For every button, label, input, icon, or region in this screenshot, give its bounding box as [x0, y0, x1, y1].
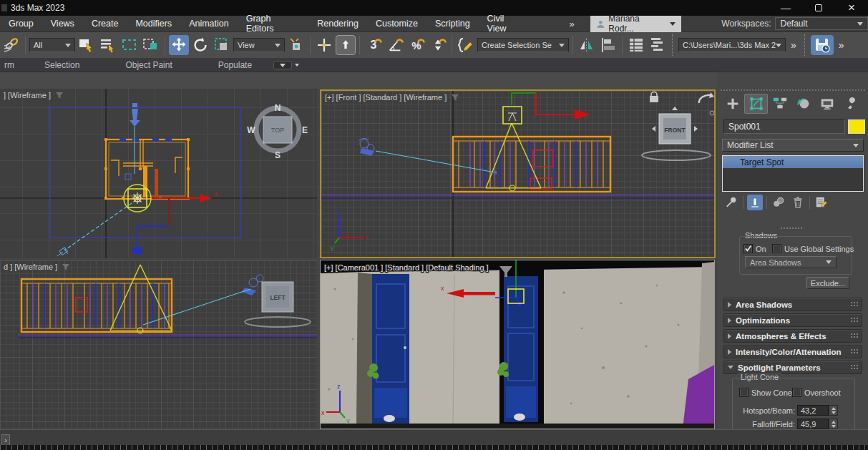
selection-filter-dropdown[interactable]: All [29, 38, 75, 52]
spinner-snap-toggle-icon[interactable] [428, 35, 448, 55]
panel-drag-handle[interactable] [721, 89, 865, 91]
ribbon-tab-freeform[interactable]: rm [1, 60, 17, 70]
select-and-scale-icon[interactable] [212, 35, 232, 55]
rollout-grip-icon[interactable] [850, 364, 858, 371]
stack-item-target-spot[interactable]: Target Spot [723, 156, 863, 168]
modifier-stack[interactable]: Target Spot [722, 155, 864, 192]
select-object-icon[interactable] [77, 35, 97, 55]
edit-named-selection-sets-icon[interactable] [456, 35, 476, 55]
falloff-input[interactable]: 45,9 [797, 419, 829, 429]
remove-modifier-icon[interactable] [790, 195, 806, 210]
keyboard-shortcut-override-toggle[interactable] [336, 35, 356, 55]
ribbon-options-arrow-icon[interactable] [295, 64, 299, 67]
object-color-swatch[interactable] [848, 119, 865, 134]
minimize-ribbon-button[interactable] [273, 61, 292, 69]
menu-group[interactable]: Group [0, 19, 42, 29]
modifier-list-dropdown[interactable]: Modifier List [722, 139, 864, 152]
viewcube-left[interactable]: LEFT [245, 282, 311, 327]
save-file-button[interactable] [811, 35, 834, 55]
viewport-top-label[interactable]: ] [Wireframe ] [4, 91, 51, 99]
menu-civil-view[interactable]: Civil View [479, 14, 534, 34]
rollout-optimizations[interactable]: Optimizations [723, 313, 862, 327]
make-unique-icon[interactable] [771, 195, 786, 210]
hotspot-input[interactable]: 43,2 [797, 405, 829, 416]
tab-modify[interactable] [744, 94, 768, 114]
viewport-top[interactable]: ] [Wireframe ] [0, 89, 317, 258]
toggle-layer-explorer-icon[interactable] [648, 35, 668, 55]
tab-create[interactable] [721, 94, 744, 114]
menu-graph-editors[interactable]: Graph Editors [238, 14, 309, 34]
close-button[interactable]: × [835, 0, 868, 16]
menu-create[interactable]: Create [83, 19, 127, 29]
shadow-type-dropdown[interactable]: Area Shadows [745, 256, 837, 268]
tab-hierarchy[interactable] [768, 94, 791, 114]
viewport-left-label[interactable]: d ] [Wireframe ] [4, 263, 57, 271]
rollout-grip-icon[interactable] [850, 317, 858, 323]
object-name-field[interactable]: Spot001 [723, 119, 845, 134]
rectangular-selection-region-icon[interactable] [120, 35, 140, 55]
named-selection-set-combo[interactable]: Create Selection Se [477, 38, 569, 52]
menu-animation[interactable]: Animation [180, 19, 238, 29]
reference-coordinate-dropdown[interactable]: View [233, 38, 285, 52]
menu-scripting[interactable]: Scripting [426, 19, 479, 29]
show-cone-checkbox[interactable] [739, 388, 748, 397]
rollout-grip-icon[interactable] [850, 333, 858, 339]
toolbar-overflow-button-2[interactable]: » [835, 39, 848, 51]
viewcube-front[interactable]: FRONT [642, 107, 711, 160]
ribbon-tab-selection[interactable]: Selection [42, 60, 82, 70]
select-and-move-icon[interactable] [169, 35, 189, 55]
rollout-intensity-color-attenuation[interactable]: Intensity/Color/Attenuation [723, 345, 862, 358]
use-pivot-point-center-icon[interactable] [286, 35, 306, 55]
select-and-rotate-icon[interactable] [190, 35, 210, 55]
viewport-front[interactable]: [+] [Front ] [Standard ] [Wireframe ] [320, 89, 716, 258]
rollout-atmospheres-effects[interactable]: Atmospheres & Effects [723, 329, 862, 343]
viewport-left[interactable]: d ] [Wireframe ] [0, 260, 317, 429]
mirror-icon[interactable] [577, 35, 597, 55]
workspace-select[interactable]: Default [775, 17, 868, 30]
rollout-grip-icon[interactable] [850, 301, 858, 308]
shadows-on-checkbox[interactable] [743, 244, 753, 253]
rollout-area-shadows[interactable]: Area Shadows [723, 298, 862, 311]
falloff-spinner[interactable] [829, 419, 838, 429]
per-view-filter-icon[interactable] [451, 93, 459, 102]
overshoot-checkbox[interactable] [792, 388, 801, 397]
menu-customize[interactable]: Customize [367, 19, 426, 29]
viewport-front-label[interactable]: [+] [Front ] [Standard ] [Wireframe ] [325, 93, 447, 102]
exclude-button[interactable]: Exclude... [806, 277, 849, 289]
menu-rendering[interactable]: Rendering [308, 19, 367, 29]
show-end-result-button[interactable] [747, 195, 763, 210]
tab-display[interactable] [815, 94, 839, 114]
viewcube-top[interactable]: TOP N W S E [247, 103, 308, 160]
select-by-name-icon[interactable] [98, 35, 118, 55]
pin-stack-icon[interactable] [723, 195, 739, 210]
light-fixture-icon[interactable] [359, 138, 374, 156]
light-fixture-icon[interactable] [242, 275, 263, 295]
track-bar-ruler[interactable] [0, 445, 868, 450]
align-icon[interactable] [598, 35, 618, 55]
user-account-menu[interactable]: Mariana Rodr... [590, 16, 682, 32]
percent-snap-toggle-icon[interactable]: % [406, 35, 426, 55]
viewport-camera-label[interactable]: [+] [Camera001 ] [Standard ] [Default Sh… [324, 263, 489, 272]
toolbar-overflow-button[interactable]: » [787, 39, 800, 51]
orbit-arrow-icon[interactable] [699, 92, 714, 115]
move-gizmo[interactable] [512, 93, 590, 119]
hotspot-spinner[interactable] [829, 405, 838, 416]
toggle-scene-explorer-icon[interactable] [626, 35, 646, 55]
light-target-icon[interactable] [132, 248, 142, 254]
maximize-button[interactable] [802, 0, 835, 16]
tab-motion[interactable] [791, 94, 815, 114]
menu-views[interactable]: Views [42, 19, 83, 29]
project-folder-dropdown[interactable]: C:\Users\Mari...\3ds Max 202: [678, 38, 786, 52]
menu-modifiers[interactable]: Modifiers [127, 19, 180, 29]
menu-overflow-button[interactable]: » [562, 19, 581, 29]
viewport-camera[interactable]: x z x y [+] [Camera001 ] [Standard ] [De… [320, 260, 715, 429]
use-global-settings-checkbox[interactable] [772, 244, 781, 253]
rollout-grip-icon[interactable] [850, 348, 858, 355]
minimize-button[interactable]: — [769, 0, 802, 16]
mini-listener-expand-button[interactable]: › [1, 434, 10, 446]
select-and-manipulate-icon[interactable] [314, 35, 334, 55]
select-and-link-icon[interactable] [1, 35, 21, 55]
per-view-filter-icon[interactable] [62, 263, 70, 271]
tab-utilities[interactable] [839, 94, 862, 114]
camera-icon[interactable] [57, 248, 68, 256]
